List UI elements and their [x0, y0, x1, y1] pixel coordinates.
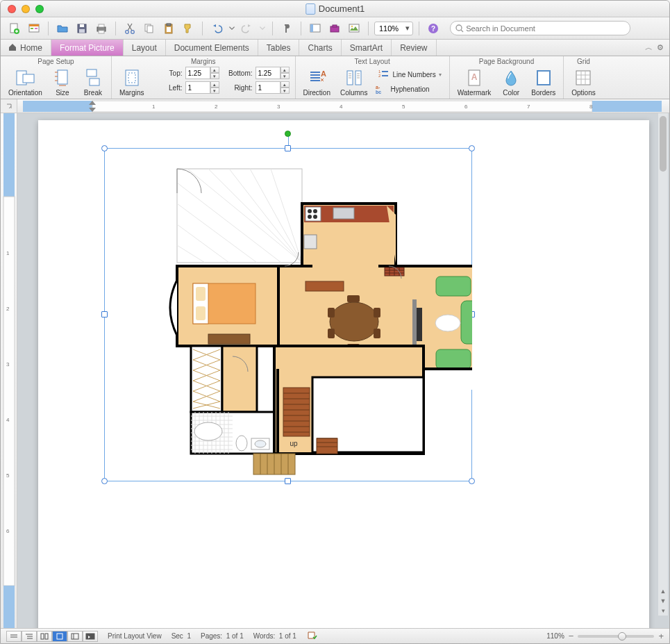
scroll-up-icon[interactable]: ▲ — [658, 586, 668, 596]
svg-rect-8 — [79, 29, 85, 33]
copy-button[interactable] — [141, 20, 158, 37]
view-outline-button[interactable] — [22, 631, 37, 642]
columns-button[interactable]: Columns — [338, 67, 369, 98]
break-button[interactable]: Break — [81, 67, 106, 98]
cut-button[interactable] — [122, 20, 138, 37]
borders-button[interactable]: Borders — [529, 67, 558, 98]
horizontal-ruler[interactable]: 123 456 78 — [17, 99, 669, 113]
svg-text:2: 2 — [6, 306, 10, 312]
color-button[interactable]: Color — [499, 67, 524, 98]
undo-dropdown[interactable] — [228, 20, 236, 37]
redo-dropdown[interactable] — [258, 20, 267, 37]
svg-rect-99 — [196, 287, 206, 301]
minimize-window-button[interactable] — [22, 5, 30, 13]
zoom-slider-track[interactable] — [578, 635, 654, 638]
view-print-layout-button[interactable] — [52, 631, 67, 642]
margin-top-label: Top: — [152, 69, 183, 77]
svg-rect-101 — [208, 334, 250, 344]
view-draft-button[interactable] — [6, 631, 22, 642]
svg-text:a-: a- — [376, 85, 380, 90]
svg-point-27 — [456, 25, 462, 31]
margin-bottom-input[interactable]: ▴▾ — [256, 67, 290, 79]
svg-rect-102 — [277, 265, 280, 347]
redo-button[interactable] — [239, 20, 256, 37]
save-button[interactable] — [74, 20, 90, 37]
rotate-handle[interactable] — [285, 131, 291, 137]
svg-point-72 — [308, 215, 312, 219]
zoom-slider-knob[interactable] — [618, 632, 626, 641]
zoom-selector[interactable]: 110% ▾ — [374, 22, 413, 35]
chevron-up-icon[interactable]: ︿ — [645, 42, 653, 53]
close-window-button[interactable] — [8, 5, 16, 13]
tab-home[interactable]: Home — [3, 40, 51, 56]
page: up — [38, 120, 649, 628]
svg-text:1: 1 — [152, 104, 156, 110]
tab-format-picture[interactable]: Format Picture — [51, 40, 124, 56]
tab-layout[interactable]: Layout — [124, 40, 166, 56]
orientation-button[interactable]: Orientation — [6, 67, 44, 98]
vertical-ruler[interactable]: 123 456 — [1, 113, 17, 628]
svg-rect-11 — [99, 31, 104, 33]
vertical-scrollbar[interactable]: ▲ ▼ ▾ — [658, 113, 668, 616]
standard-toolbar: 110% ▾ ? — [1, 17, 669, 40]
search-field[interactable] — [450, 21, 630, 35]
zoom-in-button[interactable]: + — [658, 631, 664, 641]
window-title: Document1 — [305, 3, 365, 15]
format-painter-button[interactable] — [180, 20, 196, 37]
view-focus-button[interactable] — [83, 631, 98, 642]
svg-rect-4 — [31, 28, 33, 29]
open-button[interactable] — [54, 20, 71, 37]
tab-smartart[interactable]: SmartArt — [342, 40, 392, 56]
svg-rect-20 — [310, 24, 313, 32]
svg-rect-10 — [99, 24, 104, 27]
ruler-corner[interactable] — [1, 99, 17, 113]
tab-charts[interactable]: Charts — [299, 40, 341, 56]
search-input[interactable] — [466, 24, 626, 33]
show-formatting-button[interactable] — [278, 20, 295, 37]
group-page-background: Page Background A Watermark Color Border… — [450, 56, 564, 99]
media-button[interactable] — [346, 20, 362, 37]
paste-button[interactable] — [160, 20, 177, 37]
margins-button[interactable]: Margins — [117, 67, 146, 98]
svg-text:6: 6 — [464, 104, 468, 110]
svg-text:5: 5 — [402, 104, 405, 110]
new-document-button[interactable] — [6, 20, 23, 37]
document-scroller[interactable]: up ▲ ▼ ▾ — [17, 113, 669, 628]
svg-point-13 — [131, 30, 135, 33]
scrollbar-thumb[interactable] — [660, 116, 667, 172]
direction-button[interactable]: A Direction — [301, 67, 333, 98]
svg-rect-94 — [424, 368, 472, 370]
margin-top-input[interactable]: ▴▾ — [185, 67, 219, 79]
scroll-page-icon[interactable]: ▾ — [658, 606, 668, 616]
svg-rect-100 — [196, 306, 206, 320]
zoom-out-button[interactable]: − — [569, 631, 574, 641]
toolbox-button[interactable] — [326, 20, 343, 37]
tab-tables[interactable]: Tables — [258, 40, 300, 56]
svg-text:3: 3 — [6, 361, 10, 368]
spellcheck-icon[interactable] — [306, 631, 317, 642]
view-notebook-button[interactable] — [67, 631, 83, 642]
zoom-slider[interactable]: 110% − + — [546, 631, 664, 641]
hyphenation-button[interactable]: a-bc Hyphenation — [375, 83, 443, 94]
size-button[interactable]: Size — [50, 67, 75, 98]
zoom-window-button[interactable] — [35, 5, 44, 13]
line-numbers-button[interactable]: 12 Line Numbers ▾ — [375, 67, 443, 82]
sidebar-toggle-button[interactable] — [307, 20, 324, 37]
margin-right-input[interactable]: ▴▾ — [256, 81, 290, 94]
floorplan-picture[interactable]: up — [104, 148, 472, 481]
undo-button[interactable] — [208, 20, 225, 37]
templates-button[interactable] — [26, 20, 42, 37]
grid-options-button[interactable]: Options — [569, 67, 597, 98]
svg-rect-17 — [167, 24, 171, 26]
tab-document-elements[interactable]: Document Elements — [166, 40, 258, 56]
margin-left-input[interactable]: ▴▾ — [185, 81, 219, 94]
print-button[interactable] — [93, 20, 110, 37]
scroll-down-icon[interactable]: ▼ — [658, 596, 668, 606]
tab-review[interactable]: Review — [392, 40, 436, 56]
help-button[interactable]: ? — [425, 20, 442, 37]
view-publishing-button[interactable] — [37, 631, 52, 642]
svg-point-73 — [313, 215, 317, 219]
svg-rect-90 — [436, 349, 471, 369]
watermark-button[interactable]: A Watermark — [455, 67, 494, 98]
gear-icon[interactable]: ⚙ — [657, 43, 664, 52]
